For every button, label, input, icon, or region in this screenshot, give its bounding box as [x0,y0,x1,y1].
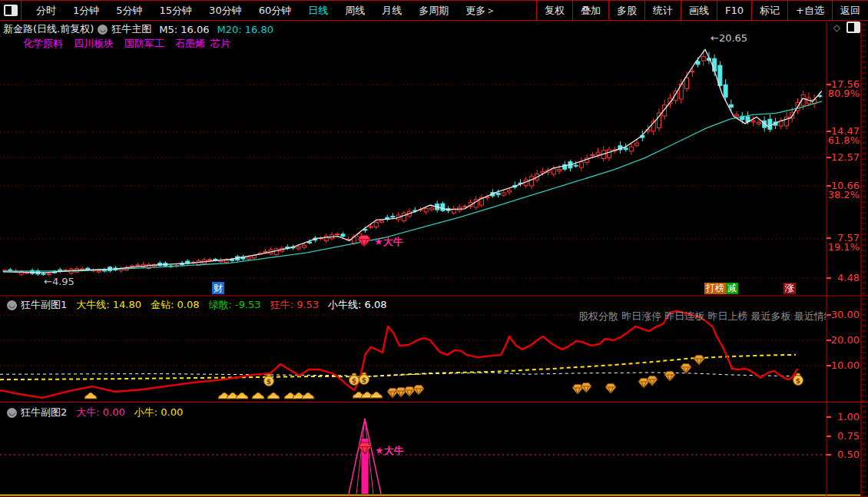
sub1-value: 绿散: -9.53 [208,299,260,310]
chevron-down-icon[interactable]: ◡ [7,300,17,310]
sub1-value: 大牛线: 14.80 [76,299,141,310]
sub2-axis-label: 0.75 [827,432,860,441]
svg-text:$: $ [267,378,271,386]
low-price-annotation: ←4.95 [44,276,75,287]
sub2-indicator-values: 大牛: 0.00小牛: 0.00 [76,406,192,419]
sub2-value: 小牛: 0.00 [134,406,183,418]
svg-text:$: $ [796,377,800,385]
svg-text:$: $ [352,377,356,385]
chart-canvas[interactable]: $$$$ [0,0,868,497]
status-tag-打榜: 打榜 [704,283,726,294]
main-axis-label: 4.48 [827,273,860,283]
sub2-header: ◡ 狂牛副图2 大牛: 0.00小牛: 0.00 [3,406,192,419]
sub1-value: 金钻: 0.08 [151,299,199,310]
sub1-header: ◡ 狂牛副图1 大牛线: 14.80金钻: 0.08绿散: -9.53狂牛: 9… [3,298,396,312]
sub1-gray-note: 股权分散 昨日涨停 昨日连板 昨日上榜 最近多板 最近情绪指数 [578,310,826,323]
main-axis-label: 19.1% [827,243,860,252]
sub2-value: 大牛: 0.00 [76,406,124,418]
status-tag-涨: 涨 [784,283,796,294]
sub1-axis-label: 30.00 [827,310,860,320]
news-badge[interactable]: 财 [212,282,224,294]
main-buy-signal-label: ★大牛 [374,235,403,249]
sub2-title[interactable]: 狂牛副图2 [21,406,67,419]
chevron-down-icon[interactable]: ◡ [7,408,17,418]
sub2-buy-signal-label: ★大牛 [375,444,404,458]
peak-price-annotation: ←20.65 [711,32,747,44]
main-axis-label: 12.57 [827,153,860,162]
sub2-axis-label: 0.50 [827,450,860,459]
sub1-axis-label: 20.00 [827,336,860,345]
sub2-axis-label: 1.00 [827,413,860,422]
main-axis-label: 80.9% [827,89,860,98]
sub1-indicator-values: 大牛线: 14.80金钻: 0.08绿散: -9.53狂牛: 9.53小牛线: … [76,298,396,312]
sub1-value: 狂牛: 9.53 [270,299,319,310]
svg-text:$: $ [362,376,366,384]
sub1-title[interactable]: 狂牛副图1 [21,298,67,312]
main-axis-label: 61.8% [827,136,860,145]
sub1-value: 小牛线: 6.08 [328,299,386,310]
sub1-axis-label: 10.00 [827,361,860,370]
trading-terminal: 分时1分钟5分钟15分钟30分钟60分钟日线周线月线多周期更多＞ 复权叠加多股统… [0,0,868,497]
main-axis-label: 38.2% [827,191,860,200]
status-tag-减: 减 [726,283,738,294]
